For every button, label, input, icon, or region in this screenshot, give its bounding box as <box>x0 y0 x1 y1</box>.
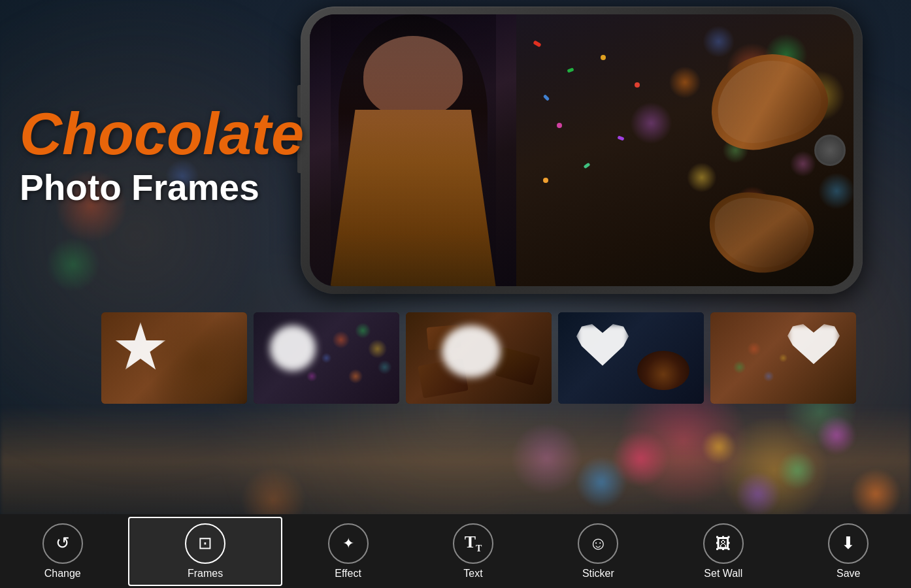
bottom-toolbar: ↺ Change ⊡ Frames ✦ Effect TT Text ☺ Sti… <box>0 514 911 588</box>
effect-icon: ✦ <box>342 535 354 552</box>
save-icon-circle: ⬇ <box>828 523 869 564</box>
text-label: Text <box>463 568 482 580</box>
frames-icon: ⊡ <box>198 533 212 553</box>
title-area: Chocolate Photo Frames <box>20 105 304 208</box>
thumb-2-shape <box>270 325 316 371</box>
tool-setwall[interactable]: 🖼 Set Wall <box>661 517 786 586</box>
tool-change[interactable]: ↺ Change <box>0 517 125 586</box>
screen-photo-woman <box>310 14 516 286</box>
effect-icon-circle: ✦ <box>328 523 369 564</box>
frames-icon-circle: ⊡ <box>185 523 225 564</box>
tool-text[interactable]: TT Text <box>410 517 535 586</box>
thumb-3-shape <box>442 325 501 378</box>
tool-save[interactable]: ⬇ Save <box>786 517 911 586</box>
change-icon-circle: ↺ <box>42 523 83 564</box>
phone-mockup <box>301 7 863 294</box>
change-label: Change <box>44 568 81 580</box>
setwall-label: Set Wall <box>704 568 742 580</box>
phone-home-button <box>814 135 846 166</box>
effect-label: Effect <box>335 568 361 580</box>
tool-sticker[interactable]: ☺ Sticker <box>536 517 661 586</box>
thumbnail-strip <box>101 312 856 404</box>
setwall-icon: 🖼 <box>716 534 731 553</box>
thumbnail-2[interactable] <box>254 312 399 404</box>
save-label: Save <box>836 568 860 580</box>
candy-scatter <box>523 412 911 529</box>
title-photo-frames: Photo Frames <box>20 167 304 208</box>
text-icon: TT <box>465 532 482 554</box>
phone-outer <box>301 7 863 294</box>
screen-photo-candy <box>516 14 853 286</box>
tool-frames[interactable]: ⊡ Frames <box>128 517 282 586</box>
phone-screen <box>310 14 853 286</box>
thumbnail-1[interactable] <box>101 312 247 404</box>
phone-screen-inner <box>310 14 853 286</box>
save-icon: ⬇ <box>841 533 855 553</box>
sticker-icon: ☺ <box>589 533 608 554</box>
sticker-icon-circle: ☺ <box>578 523 618 564</box>
setwall-icon-circle: 🖼 <box>703 523 744 564</box>
title-chocolate: Chocolate <box>20 105 304 163</box>
sticker-label: Sticker <box>582 568 614 580</box>
frames-label: Frames <box>188 568 223 580</box>
thumbnail-3[interactable] <box>406 312 552 404</box>
change-icon: ↺ <box>56 533 70 553</box>
thumbnail-4[interactable] <box>558 312 704 404</box>
text-icon-circle: TT <box>453 523 493 564</box>
tool-effect[interactable]: ✦ Effect <box>286 517 410 586</box>
thumbnail-5[interactable] <box>710 312 856 404</box>
